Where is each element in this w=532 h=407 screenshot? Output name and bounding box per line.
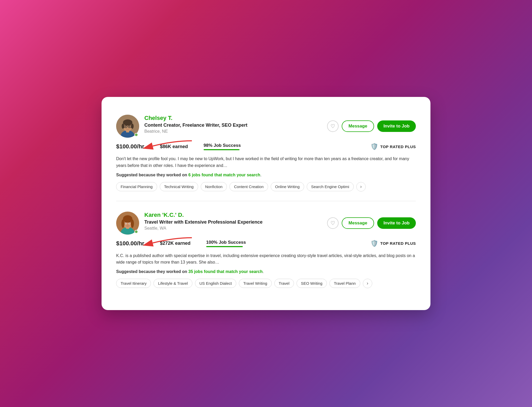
freelancer-title-karen: Travel Writer with Extensive Professiona… [144,219,322,225]
freelancer-name-karen[interactable]: Karen 'K.C.' D. [144,212,322,218]
rate-chelsey: $100.00/hr [116,143,144,150]
online-indicator-chelsey [134,133,138,137]
message-button-chelsey[interactable]: Message [342,120,374,132]
job-success-fill-chelsey [204,149,239,150]
job-success-bar-chelsey [204,149,240,150]
favorite-button-karen[interactable]: ♡ [327,217,339,229]
tag-5-chelsey[interactable]: Search Engine Optimi [307,182,354,191]
earned-karen: $272K earned [160,241,191,246]
online-indicator-karen [134,230,138,234]
tag-5-karen[interactable]: SEO Writing [297,279,327,288]
profile-actions-karen: ♡ Message Invite to Job [327,217,416,229]
stats-row-chelsey: $100.00/hr $86K earned 98% Job Success 🛡… [116,143,416,150]
tag-2-chelsey[interactable]: Nonfiction [201,182,227,191]
job-success-chelsey: 98% Job Success [204,143,241,150]
more-tags-button-chelsey[interactable]: › [356,182,366,191]
tags-row-chelsey: Financial Planning Technical Writing Non… [116,182,416,191]
suggested-karen: Suggested because they worked on 35 jobs… [116,269,416,274]
suggested-chelsey: Suggested because they worked on 6 jobs … [116,173,416,177]
tag-3-karen[interactable]: Travel Writing [239,279,272,288]
job-success-fill-karen [206,246,243,247]
suggested-link-karen[interactable]: 35 jobs found that match your search [188,269,263,274]
top-rated-text-karen: TOP RATED PLUS [380,241,416,246]
tag-1-karen[interactable]: Lifestyle & Travel [153,279,192,288]
tag-2-karen[interactable]: US English Dialect [195,279,236,288]
profile-actions-chelsey: ♡ Message Invite to Job [327,120,416,132]
freelancer-location-chelsey: Beatrice, NE [144,129,322,134]
top-rated-text-chelsey: TOP RATED PLUS [380,144,416,149]
rate-karen: $100.00/hr [116,240,144,247]
profile-info-chelsey: Chelsey T. Content Creator, Freelance Wr… [144,115,322,134]
bio-chelsey: Don't let the new profile fool you. I ma… [116,155,416,169]
svg-point-10 [125,126,126,127]
shield-icon-karen: 🛡️ [370,240,378,247]
job-success-karen: 100% Job Success [206,240,246,247]
svg-point-4 [123,119,132,126]
svg-point-17 [123,215,132,223]
freelancer-card-chelsey: Chelsey T. Content Creator, Freelance Wr… [116,109,416,201]
freelancer-title-chelsey: Content Creator, Freelance Writer, SEO E… [144,123,322,128]
profile-header-chelsey: Chelsey T. Content Creator, Freelance Wr… [116,115,416,138]
invite-button-chelsey[interactable]: Invite to Job [377,120,416,132]
svg-point-18 [121,219,125,228]
more-tags-button-karen[interactable]: › [363,279,372,288]
avatar-wrap-chelsey [116,115,139,138]
main-card: Chelsey T. Content Creator, Freelance Wr… [102,97,430,310]
favorite-button-chelsey[interactable]: ♡ [327,120,339,132]
svg-point-19 [131,219,134,228]
tag-6-karen[interactable]: Travel Plann [329,279,360,288]
svg-point-22 [126,223,126,224]
freelancer-name-chelsey[interactable]: Chelsey T. [144,115,322,121]
job-success-label-karen: 100% Job Success [206,240,246,245]
tag-3-chelsey[interactable]: Content Creation [229,182,268,191]
earned-chelsey: $86K earned [160,144,188,149]
avatar-wrap-karen [116,212,139,235]
tag-0-karen[interactable]: Travel Itinerary [116,279,151,288]
tag-0-chelsey[interactable]: Financial Planning [116,182,157,191]
tag-4-chelsey[interactable]: Online Writing [271,182,304,191]
tag-4-karen[interactable]: Travel [274,279,294,288]
profile-info-karen: Karen 'K.C.' D. Travel Writer with Exten… [144,212,322,231]
message-button-karen[interactable]: Message [342,217,374,229]
profile-header-karen: Karen 'K.C.' D. Travel Writer with Exten… [116,212,416,235]
suggested-label-chelsey: Suggested because they worked on [116,173,187,177]
svg-point-23 [129,223,130,224]
invite-button-karen[interactable]: Invite to Job [377,217,416,229]
freelancer-card-karen: Karen 'K.C.' D. Travel Writer with Exten… [116,201,416,298]
job-success-label-chelsey: 98% Job Success [204,143,241,148]
top-rated-badge-chelsey: 🛡️ TOP RATED PLUS [370,143,416,150]
stats-row-karen: $100.00/hr $272K earned 100% Job Success… [116,240,416,247]
tag-1-chelsey[interactable]: Technical Writing [160,182,198,191]
shield-icon-chelsey: 🛡️ [370,143,378,150]
tags-row-karen: Travel Itinerary Lifestyle & Travel US E… [116,279,416,288]
suggested-link-chelsey[interactable]: 6 jobs found that match your search [188,173,261,177]
job-success-bar-karen [206,246,243,247]
svg-point-11 [129,126,130,127]
bio-karen: K.C. is a published author with special … [116,252,416,266]
top-rated-badge-karen: 🛡️ TOP RATED PLUS [370,240,416,247]
suggested-label-karen: Suggested because they worked on [116,269,187,274]
freelancer-location-karen: Seattle, WA [144,226,322,231]
